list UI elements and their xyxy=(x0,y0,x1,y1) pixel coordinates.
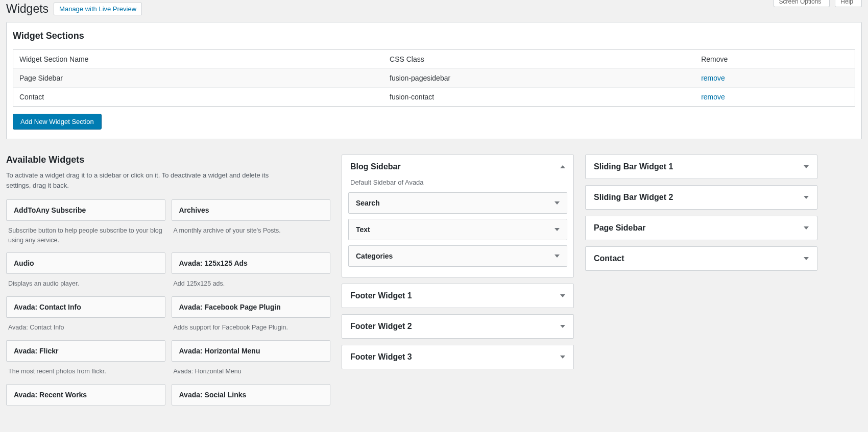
sidebar-area: Contact xyxy=(585,246,817,271)
available-widget-desc: The most recent photos from flickr. xyxy=(6,362,165,384)
sidebar-title: Page Sidebar xyxy=(594,223,645,233)
available-widget-desc: Avada: Contact Info xyxy=(6,318,165,340)
chevron-down-icon xyxy=(560,294,565,297)
chevron-down-icon xyxy=(804,257,809,260)
chevron-down-icon xyxy=(804,196,809,199)
sidebar-title: Sliding Bar Widget 2 xyxy=(594,193,673,202)
sidebar-title: Blog Sidebar xyxy=(350,162,401,171)
sidebar-area: Footer Widget 3 xyxy=(342,345,574,369)
available-widget[interactable]: Avada: Facebook Page Plugin xyxy=(172,296,331,318)
available-widget[interactable]: Avada: Contact Info xyxy=(6,296,165,318)
section-name: Page Sidebar xyxy=(13,69,384,88)
available-widget-desc xyxy=(6,405,165,428)
chevron-down-icon xyxy=(804,165,809,168)
chevron-up-icon xyxy=(560,165,565,168)
available-widget-desc: Avada: Horizontal Menu xyxy=(172,362,331,384)
col-css: CSS Class xyxy=(383,50,695,69)
sidebar-toggle[interactable]: Footer Widget 2 xyxy=(342,315,573,338)
col-remove: Remove xyxy=(695,50,855,69)
available-widget-desc xyxy=(172,405,331,428)
section-name: Contact xyxy=(13,88,384,107)
sidebar-title: Footer Widget 2 xyxy=(350,322,412,331)
sidebar-area: Blog SidebarDefault Sidebar of AvadaSear… xyxy=(342,155,574,277)
available-widget[interactable]: Avada: Recent Works xyxy=(6,384,165,405)
available-widget[interactable]: Avada: Flickr xyxy=(6,340,165,362)
sidebar-widget[interactable]: Text xyxy=(348,219,567,240)
available-widgets-desc: To activate a widget drag it to a sideba… xyxy=(6,170,292,190)
remove-link[interactable]: remove xyxy=(701,93,725,101)
sidebar-toggle[interactable]: Sliding Bar Widget 2 xyxy=(586,186,817,209)
available-widget-desc: Adds support for Facebook Page Plugin. xyxy=(172,318,331,340)
page-title: Widgets xyxy=(6,2,49,16)
chevron-down-icon xyxy=(554,201,560,205)
sidebar-title: Footer Widget 1 xyxy=(350,291,412,300)
sidebar-toggle[interactable]: Sliding Bar Widget 1 xyxy=(586,155,817,179)
table-row: Page Sidebar fusion-pagesidebar remove xyxy=(13,69,855,88)
sidebar-toggle[interactable]: Blog Sidebar xyxy=(342,155,573,179)
chevron-down-icon xyxy=(554,228,560,231)
sidebar-widget-label: Text xyxy=(356,225,370,234)
available-widgets-heading: Available Widgets xyxy=(6,155,330,165)
table-row: Contact fusion-contact remove xyxy=(13,88,855,107)
sidebar-area: Sliding Bar Widget 2 xyxy=(585,185,817,210)
sidebar-widget-label: Search xyxy=(356,199,380,207)
sidebar-toggle[interactable]: Footer Widget 1 xyxy=(342,284,573,308)
remove-link[interactable]: remove xyxy=(701,74,725,82)
screen-options-button[interactable]: Screen Options xyxy=(774,0,830,7)
sidebar-title: Sliding Bar Widget 1 xyxy=(594,162,673,171)
available-widget[interactable]: AddToAny Subscribe xyxy=(6,199,165,221)
sidebar-widget[interactable]: Search xyxy=(348,192,567,214)
available-widget[interactable]: Audio xyxy=(6,252,165,274)
available-widget-desc: Displays an audio player. xyxy=(6,274,165,296)
available-widget[interactable]: Avada: Social Links xyxy=(172,384,331,405)
available-widget[interactable]: Avada: Horizontal Menu xyxy=(172,340,331,362)
sidebar-area: Footer Widget 2 xyxy=(342,314,574,339)
sidebar-area: Page Sidebar xyxy=(585,216,817,240)
widget-sections-panel: Widget Sections Widget Section Name CSS … xyxy=(6,22,862,139)
widget-sections-table: Widget Section Name CSS Class Remove Pag… xyxy=(13,49,855,107)
chevron-down-icon xyxy=(560,325,565,328)
sidebar-area: Sliding Bar Widget 1 xyxy=(585,155,817,179)
help-button[interactable]: Help xyxy=(835,0,862,7)
col-name: Widget Section Name xyxy=(13,50,384,69)
manage-live-preview-button[interactable]: Manage with Live Preview xyxy=(54,3,142,15)
add-widget-section-button[interactable]: Add New Widget Section xyxy=(13,114,102,130)
chevron-down-icon xyxy=(560,355,565,359)
available-widget-desc: Subscribe button to help people subscrib… xyxy=(6,221,165,252)
chevron-down-icon xyxy=(804,226,809,230)
available-widget[interactable]: Avada: 125x125 Ads xyxy=(172,252,331,274)
sidebar-title: Contact xyxy=(594,254,624,263)
available-widget-desc: Add 125x125 ads. xyxy=(172,274,331,296)
available-widget-desc: A monthly archive of your site's Posts. xyxy=(172,221,331,243)
chevron-down-icon xyxy=(554,255,560,258)
section-css: fusion-contact xyxy=(383,88,695,107)
sidebar-widget-label: Categories xyxy=(356,252,393,260)
sidebar-toggle[interactable]: Page Sidebar xyxy=(586,216,817,240)
sidebar-description: Default Sidebar of Avada xyxy=(342,179,573,192)
widget-sections-heading: Widget Sections xyxy=(13,31,855,41)
sidebar-widget[interactable]: Categories xyxy=(348,245,567,267)
section-css: fusion-pagesidebar xyxy=(383,69,695,88)
sidebar-area: Footer Widget 1 xyxy=(342,284,574,308)
sidebar-toggle[interactable]: Footer Widget 3 xyxy=(342,345,573,369)
available-widget[interactable]: Archives xyxy=(172,199,331,221)
sidebar-toggle[interactable]: Contact xyxy=(586,247,817,270)
sidebar-title: Footer Widget 3 xyxy=(350,352,412,362)
